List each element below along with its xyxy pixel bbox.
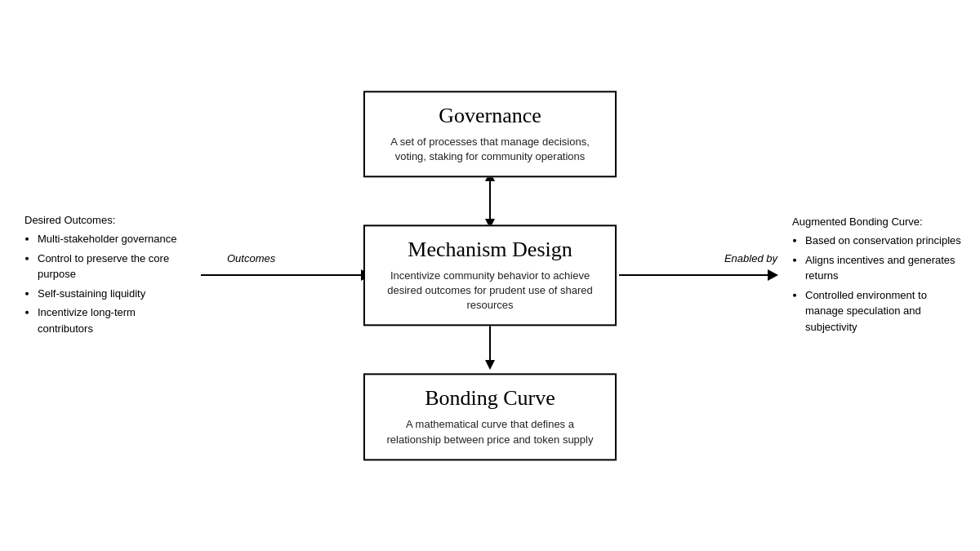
diagram-container: Desired Outcomes: Multi-stakeholder gove… (0, 0, 980, 551)
bonding-desc: A mathematical curve that defines a rela… (380, 418, 600, 447)
list-item: Based on conservation principles (805, 233, 964, 249)
mechanism-desc: Incentivize community behavior to achiev… (380, 269, 600, 313)
left-arrow-label: Outcomes (227, 251, 275, 265)
governance-desc: A set of processes that manage decisions… (380, 135, 600, 164)
governance-box: Governance A set of processes that manag… (363, 91, 617, 177)
list-item: Controlled environment to manage specula… (805, 287, 964, 335)
right-panel: Augmented Bonding Curve: Based on conser… (792, 213, 964, 338)
list-item: Multi-stakeholder governance (38, 231, 188, 247)
right-panel-title: Augmented Bonding Curve: (792, 213, 964, 229)
center-column: Governance A set of processes that manag… (363, 91, 617, 460)
list-item: Aligns incentives and generates returns (805, 251, 964, 283)
bonding-box: Bonding Curve A mathematical curve that … (363, 374, 617, 460)
svg-marker-9 (768, 269, 778, 281)
right-arrow-label: Enabled by (724, 251, 777, 265)
bonding-title: Bonding Curve (380, 387, 600, 411)
left-panel: Desired Outcomes: Multi-stakeholder gove… (24, 211, 188, 340)
left-panel-title: Desired Outcomes: (24, 211, 188, 228)
right-panel-list: Based on conservation principles Aligns … (805, 233, 964, 335)
list-item: Self-sustaining liquidity (38, 285, 188, 301)
mechanism-title: Mechanism Design (380, 238, 600, 262)
list-item: Control to preserve the core purpose (38, 250, 188, 282)
left-panel-list: Multi-stakeholder governance Control to … (38, 231, 188, 336)
governance-title: Governance (380, 104, 600, 128)
mechanism-box: Mechanism Design Incentivize community b… (363, 224, 617, 327)
list-item: Incentivize long-term contributors (38, 304, 188, 336)
